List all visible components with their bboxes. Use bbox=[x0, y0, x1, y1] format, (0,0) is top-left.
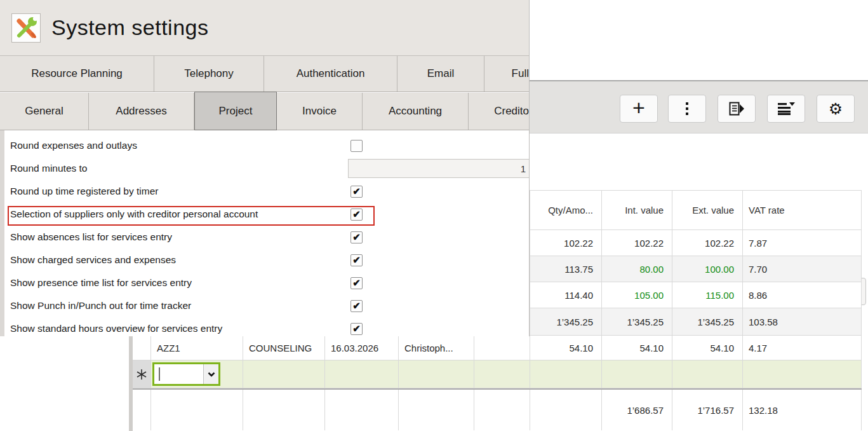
totals-row: 1’686.57 1’716.57 132.18 bbox=[133, 388, 862, 430]
combobox-text-input[interactable] bbox=[154, 364, 203, 384]
text-caret bbox=[159, 367, 160, 381]
grid-settings-button[interactable]: ⚙ bbox=[817, 95, 855, 123]
list-dropdown-icon bbox=[778, 102, 795, 115]
column-header-qty[interactable]: Qty/Amo... bbox=[530, 191, 602, 229]
activity-combobox[interactable] bbox=[152, 362, 220, 386]
setting-row: Round minutes to bbox=[4, 157, 530, 180]
int-value-cell[interactable]: 1’345.25 bbox=[602, 308, 672, 335]
tab-telephony[interactable]: Telephony bbox=[154, 56, 264, 92]
settings-tab-row-1: Resource Planning Telephony Authenticati… bbox=[0, 56, 529, 92]
totals-int-value: 1’686.57 bbox=[602, 390, 672, 430]
window-title: System settings bbox=[51, 15, 208, 40]
tab-accounting[interactable]: Accounting bbox=[363, 93, 469, 130]
report-button[interactable] bbox=[718, 95, 756, 123]
qty-cell[interactable]: 102.22 bbox=[530, 230, 602, 256]
ext-value-cell[interactable]: 115.00 bbox=[672, 282, 743, 308]
tab-resource-planning[interactable]: Resource Planning bbox=[0, 56, 154, 92]
qty-cell[interactable]: 1’345.25 bbox=[530, 308, 602, 335]
ext-value-cell[interactable]: 1’345.25 bbox=[672, 308, 743, 335]
vat-rate-cell[interactable]: 7.70 bbox=[743, 256, 862, 282]
more-options-button[interactable] bbox=[668, 95, 706, 123]
checkbox-round-expenses[interactable] bbox=[351, 140, 363, 152]
setting-row: Selection of suppliers only with credito… bbox=[4, 203, 530, 226]
setting-row: Show presence time list for services ent… bbox=[4, 271, 530, 294]
setting-row: Show standard hours overview for service… bbox=[4, 317, 530, 336]
date-cell[interactable]: 16.03.2026 bbox=[325, 336, 399, 360]
int-value-cell[interactable]: 105.00 bbox=[602, 282, 672, 308]
checkbox-show-punch[interactable]: ✔ bbox=[351, 300, 363, 312]
ext-value-cell[interactable]: 100.00 bbox=[672, 256, 743, 282]
round-minutes-input[interactable] bbox=[348, 159, 530, 178]
checkbox-round-up-timer[interactable]: ✔ bbox=[351, 186, 363, 198]
ext-value-cell[interactable]: 54.10 bbox=[672, 336, 743, 360]
qty-cell[interactable]: 113.75 bbox=[530, 256, 602, 282]
kebab-menu-icon bbox=[686, 102, 688, 115]
person-cell[interactable]: Christoph... bbox=[399, 336, 474, 360]
totals-qty bbox=[530, 390, 602, 430]
checkbox-show-standard-hours[interactable]: ✔ bbox=[351, 323, 363, 335]
qty-cell[interactable]: 54.10 bbox=[530, 336, 602, 360]
vat-rate-cell[interactable]: 4.17 bbox=[743, 336, 862, 360]
vat-rate-cell[interactable]: 8.86 bbox=[743, 282, 862, 308]
table-row: AZZ1 COUNSELING 16.03.2026 Christoph... … bbox=[133, 336, 862, 360]
column-header-vat-rate[interactable]: VAT rate bbox=[743, 191, 862, 229]
grid-toolbar: + ⚙ bbox=[530, 80, 868, 133]
tab-general[interactable]: General bbox=[0, 93, 89, 130]
int-value-cell[interactable]: 80.00 bbox=[602, 256, 672, 282]
tab-authentication[interactable]: Authentication bbox=[264, 56, 397, 92]
int-value-cell[interactable]: 54.10 bbox=[602, 336, 672, 360]
int-value-cell[interactable]: 102.22 bbox=[602, 230, 672, 256]
checkbox-show-absences[interactable]: ✔ bbox=[351, 231, 363, 243]
document-export-icon bbox=[729, 102, 745, 116]
new-entry-row bbox=[133, 360, 862, 388]
chevron-down-icon bbox=[208, 372, 215, 377]
setting-row: Round up time registered by timer ✔ bbox=[4, 180, 530, 203]
plus-icon: + bbox=[632, 98, 645, 117]
setting-row: Show absences list for services entry ✔ bbox=[4, 226, 530, 249]
combobox-dropdown-button[interactable] bbox=[203, 364, 218, 384]
checkmark-icon: ✔ bbox=[352, 324, 361, 333]
tab-addresses[interactable]: Addresses bbox=[89, 93, 194, 130]
asterisk-icon bbox=[136, 369, 147, 380]
settings-tab-row-2: General Addresses Project Invoice Accoun… bbox=[0, 93, 529, 130]
totals-ext-value: 1’716.57 bbox=[672, 390, 743, 430]
column-header-int-value[interactable]: Int. value bbox=[602, 191, 672, 229]
screen: + ⚙ 16. March bbox=[0, 0, 868, 431]
gear-icon: ⚙ bbox=[829, 101, 843, 117]
tab-creditors[interactable]: Credito bbox=[469, 93, 529, 130]
checkmark-icon: ✔ bbox=[352, 301, 361, 310]
new-row-header[interactable] bbox=[133, 360, 151, 388]
tab-invoice[interactable]: Invoice bbox=[277, 93, 363, 130]
checkmark-icon: ✔ bbox=[352, 232, 361, 242]
system-settings-window: System settings Resource Planning Teleph… bbox=[0, 0, 530, 336]
qty-cell[interactable]: 114.40 bbox=[530, 282, 602, 308]
activity-cell[interactable]: AZZ1 bbox=[151, 336, 243, 360]
setting-row: Round expenses and outlays bbox=[4, 134, 530, 157]
row-header-cell[interactable] bbox=[133, 336, 151, 360]
column-header-ext-value[interactable]: Ext. value bbox=[672, 191, 743, 229]
checkbox-show-presence[interactable]: ✔ bbox=[351, 277, 363, 289]
checkmark-icon: ✔ bbox=[352, 209, 361, 219]
checkbox-suppliers-creditor-account[interactable]: ✔ bbox=[351, 209, 363, 221]
checkmark-icon: ✔ bbox=[352, 186, 361, 196]
totals-vat-rate: 132.18 bbox=[743, 390, 862, 430]
tab-email[interactable]: Email bbox=[397, 56, 484, 92]
checkmark-icon: ✔ bbox=[352, 278, 361, 287]
settings-content: Round expenses and outlays Round minutes… bbox=[0, 130, 529, 336]
settings-title-bar: System settings bbox=[0, 0, 529, 56]
service-cell[interactable]: COUNSELING bbox=[243, 336, 325, 360]
ext-value-cell[interactable]: 102.22 bbox=[672, 230, 743, 256]
tab-full[interactable]: Full bbox=[484, 56, 529, 92]
checkmark-icon: ✔ bbox=[352, 255, 361, 264]
checkbox-show-charged[interactable]: ✔ bbox=[351, 254, 363, 266]
tools-icon bbox=[11, 13, 41, 43]
add-button[interactable]: + bbox=[620, 95, 658, 123]
vat-rate-cell[interactable]: 7.87 bbox=[743, 230, 862, 256]
setting-row: Show Punch in/Punch out for time tracker… bbox=[4, 294, 530, 317]
setting-row: Show charged services and expenses ✔ bbox=[4, 249, 530, 271]
vat-rate-cell[interactable]: 103.58 bbox=[743, 308, 862, 335]
settings-left-strip bbox=[0, 130, 4, 336]
tab-project[interactable]: Project bbox=[194, 92, 277, 130]
list-menu-button[interactable] bbox=[767, 95, 805, 123]
